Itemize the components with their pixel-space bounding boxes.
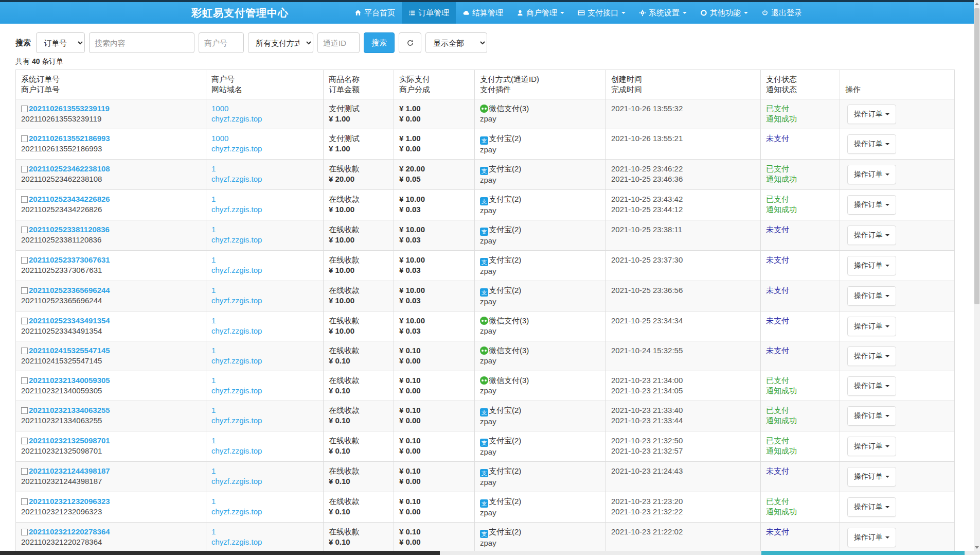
order-action-button[interactable]: 操作订单: [847, 195, 896, 215]
site-domain-link[interactable]: chyzf.zzgis.top: [211, 266, 262, 274]
merchant-id-link[interactable]: 1: [211, 255, 216, 264]
sys-order-link[interactable]: 2021102321334063255: [29, 406, 110, 414]
row-checkbox[interactable]: [21, 529, 28, 535]
order-action-button[interactable]: 操作订单: [847, 376, 896, 396]
sys-order-link[interactable]: 2021102523343491354: [29, 316, 110, 325]
order-action-button[interactable]: 操作订单: [847, 437, 896, 456]
merchant-id-link[interactable]: 1: [211, 164, 216, 173]
site-domain-link[interactable]: chyzf.zzgis.top: [211, 446, 262, 455]
nav-item-home[interactable]: 平台首页: [348, 2, 402, 24]
nav-item-misc[interactable]: 其他功能: [693, 2, 755, 24]
nav-item-logout[interactable]: 退出登录: [755, 2, 809, 24]
site-domain-link[interactable]: chyzf.zzgis.top: [211, 356, 262, 365]
order-action-button[interactable]: 操作订单: [847, 256, 896, 275]
row-checkbox[interactable]: [21, 348, 28, 354]
site-domain-link[interactable]: chyzf.zzgis.top: [211, 175, 262, 183]
table-scrollbar-thumb[interactable]: [761, 551, 965, 555]
site-domain-link[interactable]: chyzf.zzgis.top: [211, 477, 262, 485]
search-keyword-input[interactable]: [89, 32, 194, 53]
horizontal-scrollbar[interactable]: [0, 551, 980, 555]
order-action-button[interactable]: 操作订单: [847, 346, 896, 366]
row-checkbox[interactable]: [21, 377, 28, 384]
merchant-id-link[interactable]: 1: [211, 225, 216, 234]
site-domain-link[interactable]: chyzf.zzgis.top: [211, 235, 262, 244]
site-domain-link[interactable]: chyzf.zzgis.top: [211, 144, 262, 153]
status-filter-select[interactable]: 显示全部: [425, 32, 487, 53]
merchant-id-link[interactable]: 1: [211, 316, 216, 325]
vertical-scrollbar[interactable]: [974, 0, 980, 551]
scroll-down-arrow-icon[interactable]: [974, 544, 980, 551]
sys-order-link[interactable]: 2021102321325098701: [29, 436, 110, 445]
order-action-button[interactable]: 操作订单: [847, 528, 896, 547]
order-action-button[interactable]: 操作订单: [847, 165, 896, 184]
scroll-up-arrow-icon[interactable]: [974, 0, 980, 7]
time-cell: 2021-10-26 13:55:21: [606, 129, 761, 160]
refresh-button[interactable]: [399, 32, 421, 53]
row-checkbox[interactable]: [21, 438, 28, 444]
search-type-select[interactable]: 订单号: [36, 32, 85, 53]
sys-order-link[interactable]: 2021102613552186993: [29, 134, 110, 143]
row-checkbox[interactable]: [21, 407, 28, 414]
order-action-button[interactable]: 操作订单: [847, 497, 896, 517]
site-domain-link[interactable]: chyzf.zzgis.top: [211, 416, 262, 425]
sys-order-link[interactable]: 2021102523381120836: [29, 225, 110, 234]
order-action-button[interactable]: 操作订单: [847, 134, 896, 154]
merchant-id-link[interactable]: 1: [211, 436, 216, 445]
sys-order-link[interactable]: 2021102321220278364: [29, 527, 110, 536]
site-domain-link[interactable]: chyzf.zzgis.top: [211, 537, 262, 546]
nav-item-settlement[interactable]: 结算管理: [456, 2, 510, 24]
merchant-id-link[interactable]: 1: [211, 195, 216, 203]
site-domain-link[interactable]: chyzf.zzgis.top: [211, 326, 262, 335]
row-checkbox[interactable]: [21, 318, 28, 324]
merchant-id-link[interactable]: 1: [211, 466, 216, 475]
row-checkbox[interactable]: [21, 106, 28, 112]
vertical-scrollbar-thumb[interactable]: [974, 8, 979, 304]
horizontal-scrollbar-thumb[interactable]: [0, 551, 440, 555]
sys-order-link[interactable]: 2021102523462238108: [29, 164, 110, 173]
order-action-button[interactable]: 操作订单: [847, 105, 896, 124]
merchant-id-link[interactable]: 1: [211, 346, 216, 355]
sys-order-link[interactable]: 2021102523365696244: [29, 286, 110, 294]
search-button[interactable]: 搜索: [364, 32, 395, 53]
site-domain-link[interactable]: chyzf.zzgis.top: [211, 507, 262, 516]
row-checkbox[interactable]: [21, 257, 28, 264]
sys-order-link[interactable]: 2021102523373067631: [29, 255, 110, 264]
merchant-id-link[interactable]: 1: [211, 406, 216, 414]
site-domain-link[interactable]: chyzf.zzgis.top: [211, 386, 262, 395]
order-action-button[interactable]: 操作订单: [847, 317, 896, 336]
merchant-id-link[interactable]: 1: [211, 497, 216, 506]
merchant-id-link[interactable]: 1: [211, 376, 216, 385]
order-action-button[interactable]: 操作订单: [847, 467, 896, 487]
sys-order-link[interactable]: 2021102321244398187: [29, 466, 110, 475]
row-checkbox[interactable]: [21, 498, 28, 505]
sys-order-link[interactable]: 2021102321340059305: [29, 376, 110, 385]
merchant-id-link[interactable]: 1: [211, 527, 216, 536]
order-action-button[interactable]: 操作订单: [847, 286, 896, 306]
channel-id-input[interactable]: [317, 32, 360, 53]
order-action-button[interactable]: 操作订单: [847, 226, 896, 245]
row-checkbox[interactable]: [21, 227, 28, 233]
merchant-id-link[interactable]: 1000: [211, 134, 228, 143]
merchant-id-link[interactable]: 1: [211, 286, 216, 294]
row-checkbox[interactable]: [21, 287, 28, 294]
sys-order-link[interactable]: 2021102523434226826: [29, 195, 110, 203]
order-numbers-cell: 20211025233730676312021102523373067631: [16, 251, 206, 281]
nav-item-orders[interactable]: 订单管理: [402, 2, 456, 24]
row-checkbox[interactable]: [21, 135, 28, 142]
nav-item-pay-api[interactable]: 支付接口: [571, 2, 632, 24]
sys-order-link[interactable]: 2021102415325547145: [29, 346, 110, 355]
nav-item-merchants[interactable]: 商户管理: [510, 2, 571, 24]
row-checkbox[interactable]: [21, 468, 28, 475]
row-checkbox[interactable]: [21, 196, 28, 203]
order-action-button[interactable]: 操作订单: [847, 406, 896, 426]
sys-order-link[interactable]: 2021102321232096323: [29, 497, 110, 506]
site-domain-link[interactable]: chyzf.zzgis.top: [211, 296, 262, 305]
merchant-id-link[interactable]: 1000: [211, 104, 228, 113]
sys-order-link[interactable]: 2021102613553239119: [29, 104, 110, 113]
row-checkbox[interactable]: [21, 166, 28, 172]
site-domain-link[interactable]: chyzf.zzgis.top: [211, 114, 262, 123]
paytype-select[interactable]: 所有支付方式: [248, 32, 313, 53]
site-domain-link[interactable]: chyzf.zzgis.top: [211, 205, 262, 214]
nav-item-settings[interactable]: 系统设置: [632, 2, 693, 24]
merchant-id-input[interactable]: [199, 32, 244, 53]
